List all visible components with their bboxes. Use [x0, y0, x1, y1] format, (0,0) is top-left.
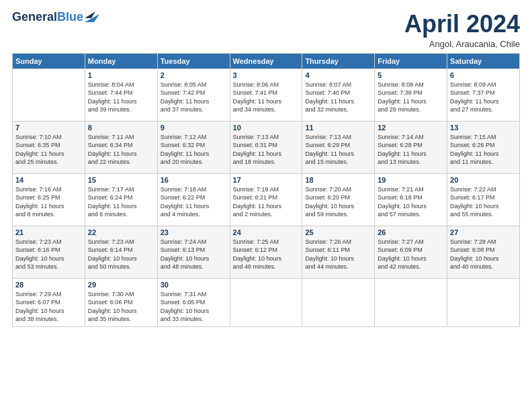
day-number: 25 [305, 228, 371, 236]
table-row: 22Sunrise: 7:23 AMSunset: 6:14 PMDayligh… [85, 226, 157, 278]
col-wednesday: Wednesday [230, 53, 302, 68]
day-number: 27 [450, 228, 517, 236]
day-number: 24 [233, 228, 300, 236]
logo-icon [85, 10, 99, 22]
page: GeneralBlue April 2024 Angol, Araucania,… [0, 0, 532, 411]
cell-info: Sunrise: 8:05 AMSunset: 7:42 PMDaylight:… [161, 81, 227, 114]
day-number: 16 [161, 176, 227, 184]
header: GeneralBlue April 2024 Angol, Araucania,… [12, 11, 520, 49]
month-title: April 2024 [404, 11, 520, 38]
table-row [230, 278, 302, 326]
table-row: 11Sunrise: 7:13 AMSunset: 6:29 PMDayligh… [302, 121, 375, 173]
day-number: 15 [88, 176, 154, 184]
table-row [375, 278, 447, 326]
table-row: 30Sunrise: 7:31 AMSunset: 6:05 PMDayligh… [157, 278, 230, 326]
day-number: 19 [378, 176, 444, 184]
title-block: April 2024 Angol, Araucania, Chile [404, 11, 520, 49]
table-row: 16Sunrise: 7:18 AMSunset: 6:22 PMDayligh… [157, 173, 230, 226]
cell-info: Sunrise: 7:23 AMSunset: 6:14 PMDaylight:… [88, 238, 154, 271]
table-row: 9Sunrise: 7:12 AMSunset: 6:32 PMDaylight… [157, 121, 230, 173]
cell-info: Sunrise: 7:13 AMSunset: 6:31 PMDaylight:… [233, 133, 300, 167]
col-thursday: Thursday [302, 53, 375, 68]
table-row [13, 68, 85, 121]
day-number: 17 [233, 176, 300, 184]
cell-info: Sunrise: 7:24 AMSunset: 6:13 PMDaylight:… [161, 238, 227, 271]
table-row: 13Sunrise: 7:15 AMSunset: 6:26 PMDayligh… [447, 121, 520, 173]
table-row: 17Sunrise: 7:19 AMSunset: 6:21 PMDayligh… [230, 173, 302, 226]
col-sunday: Sunday [13, 53, 85, 68]
table-row: 20Sunrise: 7:22 AMSunset: 6:17 PMDayligh… [447, 173, 520, 226]
day-number: 5 [378, 71, 444, 79]
cell-info: Sunrise: 7:16 AMSunset: 6:25 PMDaylight:… [15, 185, 82, 219]
table-row: 23Sunrise: 7:24 AMSunset: 6:13 PMDayligh… [157, 226, 230, 278]
day-number: 23 [161, 228, 227, 236]
cell-info: Sunrise: 7:23 AMSunset: 6:16 PMDaylight:… [15, 238, 82, 271]
table-row [302, 278, 375, 326]
day-number: 18 [305, 176, 371, 184]
logo-text: GeneralBlue [12, 11, 83, 24]
day-number: 7 [15, 124, 82, 132]
day-number: 21 [15, 228, 82, 236]
cell-info: Sunrise: 7:19 AMSunset: 6:21 PMDaylight:… [233, 185, 300, 219]
cell-info: Sunrise: 7:10 AMSunset: 6:35 PMDaylight:… [15, 133, 82, 167]
cell-info: Sunrise: 7:29 AMSunset: 6:07 PMDaylight:… [15, 290, 82, 324]
week-row-0: 1Sunrise: 8:04 AMSunset: 7:44 PMDaylight… [13, 68, 520, 121]
cell-info: Sunrise: 8:04 AMSunset: 7:44 PMDaylight:… [88, 81, 154, 114]
cell-info: Sunrise: 7:18 AMSunset: 6:22 PMDaylight:… [161, 185, 227, 219]
day-number: 11 [305, 124, 371, 132]
col-saturday: Saturday [447, 53, 520, 68]
day-number: 13 [450, 124, 517, 132]
calendar-table: Sunday Monday Tuesday Wednesday Thursday… [12, 53, 520, 327]
table-row [447, 278, 520, 326]
day-number: 30 [161, 281, 227, 289]
day-number: 14 [15, 176, 82, 184]
cell-info: Sunrise: 8:08 AMSunset: 7:38 PMDaylight:… [378, 81, 444, 114]
day-number: 6 [450, 71, 517, 79]
logo: GeneralBlue [12, 11, 99, 24]
svg-marker-1 [85, 11, 95, 18]
day-number: 20 [450, 176, 517, 184]
day-number: 29 [88, 281, 154, 289]
day-number: 10 [233, 124, 300, 132]
day-number: 9 [161, 124, 227, 132]
cell-info: Sunrise: 7:28 AMSunset: 6:08 PMDaylight:… [450, 238, 517, 271]
table-row: 27Sunrise: 7:28 AMSunset: 6:08 PMDayligh… [447, 226, 520, 278]
table-row: 26Sunrise: 7:27 AMSunset: 6:09 PMDayligh… [375, 226, 447, 278]
cell-info: Sunrise: 7:26 AMSunset: 6:11 PMDaylight:… [305, 238, 371, 271]
header-row: Sunday Monday Tuesday Wednesday Thursday… [13, 53, 520, 68]
cell-info: Sunrise: 7:11 AMSunset: 6:34 PMDaylight:… [88, 133, 154, 167]
cell-info: Sunrise: 8:07 AMSunset: 7:40 PMDaylight:… [305, 81, 371, 114]
table-row: 18Sunrise: 7:20 AMSunset: 6:20 PMDayligh… [302, 173, 375, 226]
cell-info: Sunrise: 7:14 AMSunset: 6:28 PMDaylight:… [378, 133, 444, 167]
day-number: 12 [378, 124, 444, 132]
day-number: 2 [161, 71, 227, 79]
day-number: 26 [378, 228, 444, 236]
table-row: 12Sunrise: 7:14 AMSunset: 6:28 PMDayligh… [375, 121, 447, 173]
col-friday: Friday [375, 53, 447, 68]
cell-info: Sunrise: 7:22 AMSunset: 6:17 PMDaylight:… [450, 185, 517, 219]
cell-info: Sunrise: 7:15 AMSunset: 6:26 PMDaylight:… [450, 133, 517, 167]
table-row: 24Sunrise: 7:25 AMSunset: 6:12 PMDayligh… [230, 226, 302, 278]
location-subtitle: Angol, Araucania, Chile [404, 39, 520, 49]
day-number: 8 [88, 124, 154, 132]
table-row: 8Sunrise: 7:11 AMSunset: 6:34 PMDaylight… [85, 121, 157, 173]
table-row: 3Sunrise: 8:06 AMSunset: 7:41 PMDaylight… [230, 68, 302, 121]
day-number: 4 [305, 71, 371, 79]
cell-info: Sunrise: 7:13 AMSunset: 6:29 PMDaylight:… [305, 133, 371, 167]
col-tuesday: Tuesday [157, 53, 230, 68]
col-monday: Monday [85, 53, 157, 68]
cell-info: Sunrise: 8:06 AMSunset: 7:41 PMDaylight:… [233, 81, 300, 114]
table-row: 1Sunrise: 8:04 AMSunset: 7:44 PMDaylight… [85, 68, 157, 121]
table-row: 4Sunrise: 8:07 AMSunset: 7:40 PMDaylight… [302, 68, 375, 121]
table-row: 7Sunrise: 7:10 AMSunset: 6:35 PMDaylight… [13, 121, 85, 173]
table-row: 5Sunrise: 8:08 AMSunset: 7:38 PMDaylight… [375, 68, 447, 121]
table-row: 15Sunrise: 7:17 AMSunset: 6:24 PMDayligh… [85, 173, 157, 226]
table-row: 21Sunrise: 7:23 AMSunset: 6:16 PMDayligh… [13, 226, 85, 278]
cell-info: Sunrise: 7:27 AMSunset: 6:09 PMDaylight:… [378, 238, 444, 271]
week-row-1: 7Sunrise: 7:10 AMSunset: 6:35 PMDaylight… [13, 121, 520, 173]
cell-info: Sunrise: 7:20 AMSunset: 6:20 PMDaylight:… [305, 185, 371, 219]
cell-info: Sunrise: 7:30 AMSunset: 6:06 PMDaylight:… [88, 290, 154, 324]
table-row: 10Sunrise: 7:13 AMSunset: 6:31 PMDayligh… [230, 121, 302, 173]
week-row-4: 28Sunrise: 7:29 AMSunset: 6:07 PMDayligh… [13, 278, 520, 326]
week-row-2: 14Sunrise: 7:16 AMSunset: 6:25 PMDayligh… [13, 173, 520, 226]
